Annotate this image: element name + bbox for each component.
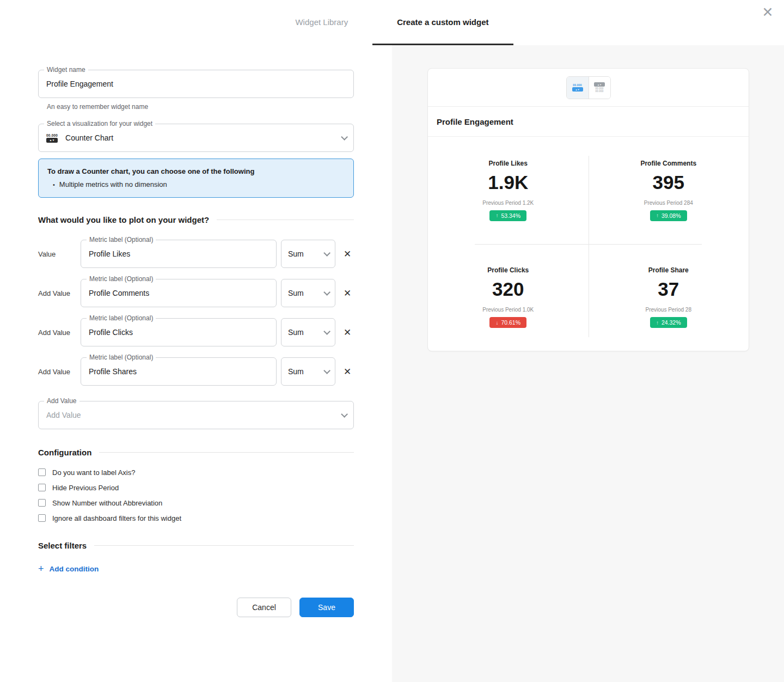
widget-name-helper: An easy to remember widget name	[47, 103, 354, 111]
plus-icon: +	[38, 563, 44, 575]
save-button[interactable]: Save	[299, 598, 354, 617]
add-value-select[interactable]: Add Value Add Value	[38, 401, 354, 429]
checkbox-icon[interactable]	[38, 484, 46, 491]
configuration-title: Configuration	[38, 448, 91, 457]
checkbox-ignore-dashboard-filters[interactable]: Ignore all dashboard filters for this wi…	[38, 513, 354, 523]
change-badge: ↓ 70.61%	[489, 317, 526, 328]
layout-option-single-counter[interactable]: 00.000 ▲▼	[567, 77, 589, 99]
change-badge: ↑ 39.08%	[650, 210, 687, 221]
plot-section-title: What would you like to plot on your widg…	[38, 215, 209, 224]
checkbox-hide-previous-period[interactable]: Hide Previous Period	[38, 482, 354, 493]
aggregation-select[interactable]: Sum	[281, 318, 335, 346]
chevron-down-icon	[341, 133, 348, 141]
checkbox-label-axis[interactable]: Do you want to label Axis?	[38, 467, 354, 478]
metric-label-input[interactable]: Metric label (Optional) Profile Comments	[81, 279, 277, 307]
add-condition-label: Add condition	[50, 565, 99, 573]
aggregation-select[interactable]: Sum	[281, 357, 335, 386]
remove-metric-icon[interactable]: ✕	[341, 247, 354, 260]
aggregation-select[interactable]: Sum	[281, 240, 335, 268]
tab-create-custom-widget-label: Create a custom widget	[397, 17, 488, 27]
checkbox-number-without-abbreviation[interactable]: Show Number without Abbreviation	[38, 497, 354, 508]
divider	[99, 452, 354, 453]
metric-row-label: Add Value	[38, 289, 81, 297]
counters-grid: Profile Likes 1.9K Previous Period 1.2K …	[428, 137, 749, 351]
visualization-label: Select a visualization for your widget	[44, 120, 155, 127]
counter-profile-comments: Profile Comments 395 Previous Period 284…	[589, 137, 749, 244]
preview-title-row: Profile Engagement	[428, 107, 749, 137]
checkbox-icon[interactable]	[38, 468, 46, 476]
add-condition-button[interactable]: + Add condition	[38, 563, 354, 575]
remove-metric-icon[interactable]: ✕	[341, 365, 354, 378]
arrow-up-icon: ↑	[656, 212, 659, 218]
metric-row-label: Add Value	[38, 328, 81, 337]
counter-bar-icon: ▲▼	[572, 87, 583, 92]
remove-metric-icon[interactable]: ✕	[341, 326, 354, 339]
modal-header: Widget Library Create a custom widget	[0, 0, 784, 45]
tab-create-custom-widget[interactable]: Create a custom widget	[372, 0, 513, 45]
layout-option-list-counter[interactable]: ▲▼ 00.000 00.000	[589, 77, 610, 99]
counter-chart-info-box: To draw a Counter chart, you can choose …	[38, 159, 354, 198]
arrow-up-icon: ↑	[495, 212, 498, 218]
select-filters-title: Select filters	[38, 541, 87, 550]
metric-row-label: Value	[38, 250, 81, 258]
checkbox-icon[interactable]	[38, 499, 46, 507]
preview-pane: 00.000 ▲▼ ▲▼ 00.000 00.000 Profile Engag…	[392, 45, 784, 682]
divider	[475, 244, 702, 245]
divider	[94, 545, 354, 546]
preview-widget-title: Profile Engagement	[437, 117, 513, 126]
form-actions: Cancel Save	[38, 598, 354, 617]
cancel-button[interactable]: Cancel	[237, 598, 291, 617]
metric-row: Add Value Metric label (Optional) Profil…	[38, 279, 354, 307]
tab-widget-library-label: Widget Library	[295, 17, 348, 27]
chevron-down-icon	[341, 411, 348, 418]
checkbox-icon[interactable]	[38, 514, 46, 522]
widget-name-field[interactable]: Widget name Profile Engagement	[38, 70, 354, 98]
arrow-down-icon: ↓	[495, 320, 498, 326]
widget-preview-card: 00.000 ▲▼ ▲▼ 00.000 00.000 Profile Engag…	[427, 68, 749, 351]
add-value-label: Add Value	[44, 397, 79, 405]
metric-row-label: Add Value	[38, 368, 81, 376]
preview-toolbar: 00.000 ▲▼ ▲▼ 00.000 00.000	[428, 69, 749, 107]
chevron-down-icon	[323, 328, 330, 335]
aggregation-select[interactable]: Sum	[281, 279, 335, 307]
info-box-title: To draw a Counter chart, you can choose …	[47, 167, 345, 175]
select-filters-header: Select filters	[38, 541, 354, 550]
arrow-up-icon: ↑	[656, 320, 659, 326]
change-badge: ↑ 24.32%	[650, 317, 687, 328]
counter-profile-share: Profile Share 37 Previous Period 28 ↑ 24…	[589, 244, 749, 351]
chevron-down-icon	[323, 249, 330, 257]
remove-metric-icon[interactable]: ✕	[341, 287, 354, 300]
chevron-down-icon	[323, 367, 330, 374]
visualization-select[interactable]: Select a visualization for your widget 0…	[38, 124, 354, 152]
counter-layout-toggle: 00.000 ▲▼ ▲▼ 00.000 00.000	[566, 76, 611, 99]
counter-profile-likes: Profile Likes 1.9K Previous Period 1.2K …	[428, 137, 589, 244]
configuration-header: Configuration	[38, 448, 354, 457]
divider	[217, 220, 354, 220]
counter-profile-clicks: Profile Clicks 320 Previous Period 1.0K …	[428, 244, 589, 351]
metric-row: Add Value Metric label (Optional) Profil…	[38, 357, 354, 386]
metric-row: Value Metric label (Optional) Profile Li…	[38, 240, 354, 268]
metric-label-input[interactable]: Metric label (Optional) Profile Likes	[81, 240, 277, 268]
add-value-placeholder: Add Value	[46, 411, 81, 419]
widget-form: Widget name Profile Engagement An easy t…	[38, 45, 354, 617]
counter-bar-icon: ▲▼	[594, 82, 605, 87]
plot-section-header: What would you like to plot on your widg…	[38, 215, 354, 224]
metric-label-input[interactable]: Metric label (Optional) Profile Shares	[81, 357, 277, 386]
tab-widget-library[interactable]: Widget Library	[271, 0, 372, 45]
widget-name-value: Profile Engagement	[46, 80, 113, 88]
metric-row: Add Value Metric label (Optional) Profil…	[38, 318, 354, 346]
divider	[589, 156, 589, 337]
visualization-value: Counter Chart	[65, 133, 113, 142]
chevron-down-icon	[323, 289, 330, 296]
change-badge: ↑ 53.34%	[489, 210, 526, 221]
close-icon[interactable]: ✕	[759, 3, 776, 21]
widget-name-label: Widget name	[44, 66, 88, 74]
metric-label-input[interactable]: Metric label (Optional) Profile Clicks	[81, 318, 277, 346]
widget-form-pane: Widget name Profile Engagement An easy t…	[0, 45, 392, 682]
info-box-item: Multiple metrics with no dimension	[53, 180, 345, 188]
counter-chart-icon: 00.000 ▲▼	[46, 133, 58, 143]
